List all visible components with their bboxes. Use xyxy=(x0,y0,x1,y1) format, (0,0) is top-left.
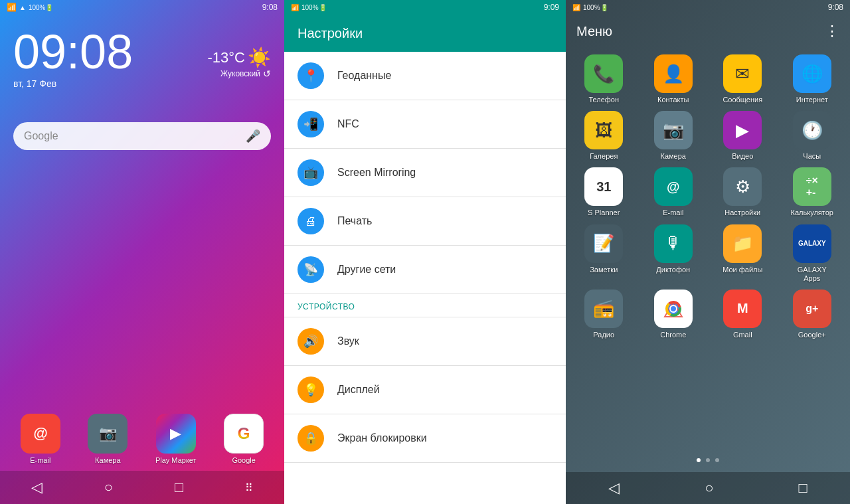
video-icon: ▶ xyxy=(723,111,762,149)
battery-1: 100%🔋 xyxy=(29,4,54,11)
app-calculator[interactable]: ÷×+- Калькулятор xyxy=(781,167,844,217)
app-gallery[interactable]: 🖼 Галерея xyxy=(572,111,636,161)
splanner-label: S Planner xyxy=(588,209,620,217)
settings-networks[interactable]: 📡 Другие сети xyxy=(284,246,566,294)
status-time-2: 9:09 xyxy=(544,3,559,12)
status-left-1: 📶 ▲ 100%🔋 xyxy=(7,3,53,12)
dot-3[interactable] xyxy=(715,458,719,462)
app-internet[interactable]: 🌐 Интернет xyxy=(781,54,844,104)
gplus-icon: g+ xyxy=(793,290,831,328)
app-radio[interactable]: 📻 Радио xyxy=(572,290,636,339)
settings-list: 📍 Геоданные 📲 NFC 📺 Screen Mirroring 🖨 П… xyxy=(284,52,566,504)
refresh-icon[interactable]: ↺ xyxy=(263,68,271,79)
settings-sound[interactable]: 🔊 Звук xyxy=(284,317,566,366)
settings-mirroring[interactable]: 📺 Screen Mirroring xyxy=(284,149,566,197)
app-settings[interactable]: ⚙ Настройки xyxy=(711,167,774,217)
dot-1[interactable] xyxy=(697,458,701,462)
gallery-label: Галерея xyxy=(590,152,618,161)
weather-city: Жуковский xyxy=(220,69,260,78)
app-video[interactable]: ▶ Видео xyxy=(711,111,774,161)
email-icon: @ xyxy=(21,414,60,454)
recorder-icon: 🎙 xyxy=(654,224,693,263)
notes-icon: 📝 xyxy=(584,224,623,263)
app-phone[interactable]: 📞 Телефон xyxy=(572,54,636,104)
apps-btn-1[interactable]: ⠿ xyxy=(245,481,253,494)
dock-camera[interactable]: 📷 Камера xyxy=(88,414,128,464)
battery-3: 100%🔋 xyxy=(583,4,608,11)
recents-btn-1[interactable]: □ xyxy=(175,479,183,496)
svg-point-6 xyxy=(671,306,676,311)
calculator-label: Калькулятор xyxy=(791,209,833,217)
camera-icon: 📷 xyxy=(88,414,128,454)
nfc-icon: 📲 xyxy=(298,111,324,137)
settings2-label: Настройки xyxy=(724,209,760,217)
gallery-icon: 🖼 xyxy=(584,111,623,149)
app-notes[interactable]: 📝 Заметки xyxy=(572,224,636,283)
weather-temp: -13°C xyxy=(208,49,245,66)
app-chrome[interactable]: Chrome xyxy=(642,290,705,339)
radio-icon: 📻 xyxy=(584,290,623,328)
app-myfiles[interactable]: 📁 Мои файлы xyxy=(711,224,774,283)
print-label: Печать xyxy=(337,215,372,227)
app-gmail[interactable]: M Gmail xyxy=(711,290,774,339)
home-btn-1[interactable]: ○ xyxy=(104,479,113,496)
settings-panel: 📶 100%🔋 9:09 Настройки 📍 Геоданные 📲 NFC… xyxy=(284,0,566,504)
dock-google[interactable]: G Google xyxy=(224,414,264,464)
recents-btn-3[interactable]: □ xyxy=(799,479,808,497)
settings-lockscreen[interactable]: 🔒 Экран блокировки xyxy=(284,414,566,463)
settings-geodata[interactable]: 📍 Геоданные xyxy=(284,52,566,100)
search-bar[interactable]: Google 🎤 xyxy=(13,122,271,150)
dock-google-label: Google xyxy=(232,456,255,464)
app-googleplus[interactable]: g+ Google+ xyxy=(781,290,844,339)
back-btn-3[interactable]: ◁ xyxy=(608,479,620,497)
date-display: вт, 17 Фев xyxy=(13,78,271,89)
recorder-label: Диктофон xyxy=(656,266,690,274)
settings-print[interactable]: 🖨 Печать xyxy=(284,197,566,246)
app-camera[interactable]: 📷 Камера xyxy=(642,111,705,161)
settings-display[interactable]: 💡 Дисплей xyxy=(284,366,566,414)
signal-icon-3: 📶 xyxy=(572,4,580,11)
app-messages[interactable]: ✉ Сообщения xyxy=(711,54,774,104)
device-section-header: УСТРОЙСТВО xyxy=(284,294,566,317)
phone-icon: 📞 xyxy=(584,54,623,93)
dock-playstore-label: Play Маркет xyxy=(155,456,197,464)
status-time-1: 9:08 xyxy=(262,3,278,12)
home-btn-3[interactable]: ○ xyxy=(705,479,713,497)
nav-bar-3: ◁ ○ □ xyxy=(566,472,850,504)
app-splanner[interactable]: 31 S Planner xyxy=(572,167,636,217)
messages-label: Сообщения xyxy=(722,96,762,104)
notes-label: Заметки xyxy=(590,266,618,274)
calculator-icon: ÷×+- xyxy=(793,167,831,206)
app-recorder[interactable]: 🎙 Диктофон xyxy=(642,224,705,283)
networks-icon: 📡 xyxy=(298,256,324,283)
display-icon: 💡 xyxy=(298,377,324,403)
nfc-label: NFC xyxy=(337,118,359,130)
dock-email[interactable]: @ E-mail xyxy=(21,414,60,464)
status-left-2: 📶 100%🔋 xyxy=(291,4,327,11)
signal-icon-2: 📶 xyxy=(291,4,299,11)
weather-widget: -13°C ☀️ Жуковский ↺ xyxy=(208,46,271,79)
back-btn-1[interactable]: ◁ xyxy=(31,479,42,496)
dock-camera-label: Камера xyxy=(95,456,120,464)
geodata-label: Геоданные xyxy=(337,70,391,82)
internet-label: Интернет xyxy=(796,96,828,104)
settings-nfc[interactable]: 📲 NFC xyxy=(284,100,566,149)
drawer-more-icon[interactable]: ⋮ xyxy=(825,23,839,40)
wifi-icon-1: ▲ xyxy=(19,4,26,11)
settings2-icon: ⚙ xyxy=(723,167,762,206)
app-clock[interactable]: 🕐 Часы xyxy=(781,111,844,161)
app-email[interactable]: @ E-mail xyxy=(642,167,705,217)
sound-icon: 🔊 xyxy=(298,328,324,355)
mic-icon[interactable]: 🎤 xyxy=(246,129,260,143)
status-time-3: 9:08 xyxy=(828,3,843,12)
status-bar-2: 📶 100%🔋 9:09 xyxy=(284,0,566,15)
dock-apps: @ E-mail 📷 Камера ▶ Play Маркет G Google xyxy=(0,414,284,464)
phone-label: Телефон xyxy=(588,96,619,104)
dot-2[interactable] xyxy=(706,458,710,462)
dock-playstore[interactable]: ▶ Play Маркет xyxy=(155,414,197,464)
camera2-icon: 📷 xyxy=(654,111,693,149)
settings-header: Настройки xyxy=(284,15,566,52)
app-galaxy-apps[interactable]: GALAXY GALAXY Apps xyxy=(781,224,844,283)
apps-grid: 📞 Телефон 👤 Контакты ✉ Сообщения 🌐 Интер… xyxy=(566,48,850,346)
app-contacts[interactable]: 👤 Контакты xyxy=(642,54,705,104)
